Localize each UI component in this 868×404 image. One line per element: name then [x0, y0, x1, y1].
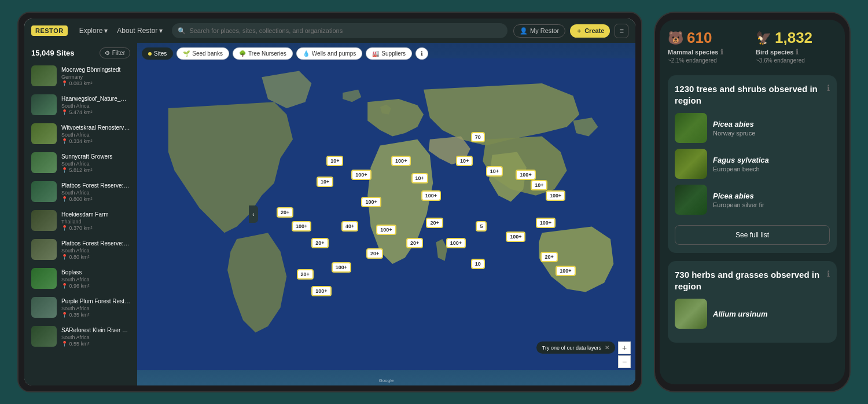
map-cluster[interactable]: 100+ [292, 221, 311, 232]
herbs-info-icon[interactable]: ℹ [827, 269, 830, 278]
zoom-in-button[interactable]: + [618, 341, 631, 354]
site-item[interactable]: SAReforest Klein River Reforestation sit… [29, 322, 133, 350]
herbs-section-title: 730 herbs and grasses observed in region [675, 269, 822, 292]
birds-number: 1,832 [775, 29, 812, 47]
site-info: Witvoetskraal Renosterveld Restoration P… [61, 124, 130, 144]
site-area: 📍 0.80 km² [61, 254, 130, 260]
map-cluster[interactable]: 5 [476, 221, 487, 232]
trees-info-icon[interactable]: ℹ [827, 83, 830, 93]
site-country: South Africa [61, 161, 130, 167]
map-cluster[interactable]: 100+ [446, 238, 466, 248]
tablet-device: RESTOR Explore ▾ About Restor ▾ 🔍 [17, 12, 642, 392]
map-cluster[interactable]: 100+ [556, 266, 575, 276]
site-item[interactable]: Haarwegsloof_Nature_Reserve South Africa… [29, 91, 133, 119]
search-bar[interactable]: 🔍 [172, 23, 507, 38]
site-thumbnail [31, 181, 57, 202]
map-cluster[interactable]: 70 [471, 132, 485, 142]
site-item[interactable]: Purple Plum Forest Restoration Project: … [29, 293, 133, 321]
tab-sites[interactable]: Sites [142, 47, 173, 60]
species-text: Fagus sylvatica European beech [713, 156, 769, 172]
site-item[interactable]: Hoekiesdam Farm Thailand 📍 0.370 km² [29, 207, 133, 234]
map-cluster[interactable]: 40+ [341, 221, 358, 232]
site-country: South Africa [61, 103, 130, 109]
map-cluster[interactable]: 100+ [536, 218, 556, 228]
my-restor-button[interactable]: 👤 My Restor [513, 24, 565, 38]
tab-suppliers[interactable]: 🏭 Suppliers [366, 47, 412, 60]
map-cluster[interactable]: 100+ [421, 190, 441, 201]
map-cluster[interactable]: 10+ [531, 180, 547, 190]
map-cluster[interactable]: 20+ [426, 218, 443, 228]
site-thumbnail [31, 268, 57, 289]
site-item[interactable]: Platbos Forest Reserve: Site K4 South Af… [29, 178, 133, 205]
tab-info[interactable]: ℹ [415, 47, 428, 60]
map-cluster[interactable]: 100+ [506, 232, 525, 242]
map-cluster[interactable]: 100+ [516, 170, 535, 180]
map-cluster[interactable]: 20+ [277, 207, 293, 218]
tab-wells-pumps[interactable]: 💧 Wells and pumps [296, 47, 363, 60]
map-cluster[interactable]: 10+ [486, 166, 503, 177]
site-info: Moorweg Bönningstedt Germany 📍 0.083 km² [61, 66, 130, 86]
map-cluster[interactable]: 100+ [311, 286, 331, 296]
map-cluster[interactable]: 10+ [411, 173, 428, 183]
map-cluster[interactable]: 100+ [391, 156, 411, 166]
phone-content[interactable]: 🐻 610 Mammal species ℹ ~2.1% endangered … [660, 20, 845, 384]
site-item[interactable]: Platbos Forest Reserve: Site K6 South Af… [29, 236, 133, 263]
birds-info-icon[interactable]: ℹ [796, 48, 799, 56]
site-country: Thailand [61, 219, 130, 225]
site-item[interactable]: Witvoetskraal Renosterveld Restoration P… [29, 120, 133, 148]
site-country: South Africa [61, 248, 130, 254]
map-cluster[interactable]: 100+ [546, 190, 565, 201]
site-thumbnail [31, 65, 57, 86]
world-map-svg [137, 43, 635, 385]
map-cluster[interactable]: 20+ [406, 238, 423, 248]
nav-about[interactable]: About Restor ▾ [113, 24, 166, 37]
species-item: Allium ursinum [675, 299, 830, 329]
map-cluster[interactable]: 20+ [540, 252, 557, 262]
see-full-list-button[interactable]: See full list [675, 225, 830, 245]
site-item[interactable]: Boplass South Africa 📍 0.96 km² [29, 265, 133, 292]
map-cluster[interactable]: 100+ [332, 262, 351, 273]
site-info: SAReforest Klein River Reforestation sit… [61, 326, 130, 347]
map-cluster[interactable]: 10 [471, 259, 485, 269]
site-list[interactable]: Moorweg Bönningstedt Germany 📍 0.083 km²… [24, 62, 137, 385]
species-thumbnail [675, 185, 707, 215]
species-item: Picea abies European silver fir [675, 185, 830, 215]
trees-section: 1230 trees and shrubs observed in region… [668, 75, 837, 253]
sidebar-collapse-button[interactable]: ‹ [249, 205, 258, 223]
create-button[interactable]: ＋ Create [570, 24, 610, 38]
site-item[interactable]: Moorweg Bönningstedt Germany 📍 0.083 km² [29, 62, 133, 90]
toast-close-button[interactable]: ✕ [605, 344, 609, 351]
map-cluster[interactable]: 20+ [366, 248, 383, 259]
site-info: Purple Plum Forest Restoration Project: … [61, 298, 130, 318]
map-cluster[interactable]: 100+ [361, 197, 381, 207]
site-name: Witvoetskraal Renosterveld Restoration P… [61, 124, 130, 131]
site-name: SAReforest Klein River Reforestation sit… [61, 326, 130, 334]
species-thumbnail [675, 113, 707, 143]
site-area: 📍 0.96 km² [61, 283, 130, 289]
zoom-out-button[interactable]: − [618, 355, 631, 368]
menu-button[interactable]: ≡ [615, 24, 628, 38]
filter-button[interactable]: ⚙ Filter [100, 47, 130, 58]
map-cluster[interactable]: 10+ [326, 156, 343, 166]
map-cluster[interactable]: 10+ [317, 177, 333, 187]
mammals-info-icon[interactable]: ℹ [720, 48, 723, 56]
nav-explore[interactable]: Explore ▾ [76, 24, 112, 37]
map-background: 100+10+100+10+10+100+100+10+10+70100+20+… [137, 43, 635, 385]
phone-device: 🐻 610 Mammal species ℹ ~2.1% endangered … [654, 12, 851, 392]
map-cluster[interactable]: 20+ [311, 238, 328, 248]
map-area: 100+10+100+10+10+100+100+10+10+70100+20+… [137, 43, 635, 385]
map-cluster[interactable]: 10+ [456, 156, 473, 166]
search-input[interactable] [189, 27, 502, 34]
site-item[interactable]: Sunnycraft Growers South Africa 📍 5.812 … [29, 149, 133, 177]
tab-seed-banks[interactable]: 🌱 Seed banks [176, 47, 229, 60]
site-area: 📍 0.334 km² [61, 138, 130, 144]
sites-dot [148, 52, 152, 56]
site-name: Platbos Forest Reserve: Site K4 [61, 182, 130, 189]
map-cluster[interactable]: 100+ [351, 170, 371, 180]
site-info: Haarwegsloof_Nature_Reserve South Africa… [61, 95, 130, 115]
species-item: Fagus sylvatica European beech [675, 149, 830, 179]
tab-tree-nurseries[interactable]: 🌳 Tree Nurseries [233, 47, 293, 60]
map-cluster[interactable]: 20+ [297, 269, 314, 280]
herbs-section: 730 herbs and grasses observed in region… [668, 261, 837, 343]
map-cluster[interactable]: 100+ [376, 225, 396, 235]
